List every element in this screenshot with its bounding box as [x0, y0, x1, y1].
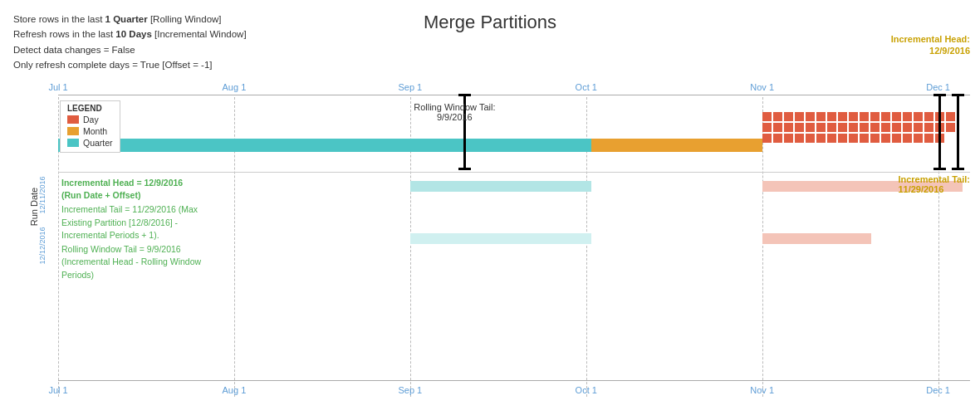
- sub-day-block2: [762, 233, 771, 242]
- day-block: [881, 123, 890, 132]
- day-block: [914, 123, 923, 132]
- day-block: [773, 134, 782, 143]
- inc-head-callout: Incremental Head: 12/9/2016: [891, 33, 970, 57]
- day-block: [816, 123, 826, 132]
- bottom-axis: Jul 1 Aug 1 Sep 1 Oct 1 Nov 1 Dec 1: [58, 380, 970, 397]
- day-block: [903, 134, 912, 143]
- chart-area: Jul 1 Aug 1 Sep 1 Oct 1 Nov 1 Dec 1 LEGE…: [58, 79, 970, 397]
- bottom-axis-label-jul: Jul 1: [48, 385, 67, 395]
- dec1-bracket-top: [933, 94, 946, 96]
- day-block: [870, 134, 880, 143]
- sub-day-block2: [792, 233, 801, 242]
- day-block: [762, 123, 772, 132]
- day-block: [795, 123, 804, 132]
- sub-day-block: [812, 181, 821, 189]
- run-date-label-1: 12/11/2016: [38, 176, 47, 213]
- sub-band-quarter-1: [410, 181, 592, 192]
- day-block: [860, 123, 869, 132]
- day-block: [806, 123, 815, 132]
- sub-day-block: [802, 181, 811, 189]
- day-block: [795, 112, 804, 121]
- band-quarter: [58, 139, 591, 152]
- sub-day-block: [762, 181, 771, 189]
- day-block: [881, 134, 890, 143]
- day-block: [924, 123, 933, 132]
- bottom-axis-label-oct: Oct 1: [576, 385, 597, 395]
- separator-line: [58, 172, 970, 173]
- day-block: [838, 134, 847, 143]
- day-block: [806, 134, 815, 143]
- legend-color-quarter: [67, 139, 79, 147]
- legend-label-day: Day: [83, 115, 99, 125]
- day-block: [870, 112, 880, 121]
- legend: LEGEND Day Month Quarter: [60, 100, 120, 153]
- day-block: [773, 123, 782, 132]
- sub-day-block: [842, 181, 850, 189]
- sub-day-block2: [812, 233, 821, 242]
- day-block: [827, 112, 836, 121]
- bottom-axis-label-dec: Dec 1: [926, 385, 950, 395]
- day-block: [849, 123, 858, 132]
- day-block: [849, 134, 858, 143]
- day-block: [903, 123, 912, 132]
- day-block: [892, 112, 901, 121]
- sub-day-block: [862, 181, 870, 189]
- legend-label-quarter: Quarter: [83, 138, 113, 148]
- day-block: [924, 112, 933, 121]
- day-block: [860, 134, 869, 143]
- day-block: [795, 134, 804, 143]
- day-block: [924, 134, 933, 143]
- day-block: [892, 134, 901, 143]
- rolling-tail-callout: Rolling Window Tail: 9/9/2016: [414, 102, 495, 122]
- dec1-bracket-bottom: [933, 168, 946, 170]
- axis-label-jul: Jul 1: [48, 82, 67, 92]
- axis-label-sep1: Sep 1: [398, 82, 422, 92]
- dec1-bracket-line: [938, 94, 941, 170]
- info-line2: Refresh rows in the last 10 Days [Increm…: [13, 27, 247, 42]
- info-line4: Only refresh complete days = True [Offse…: [13, 57, 247, 72]
- sub-day-block: [782, 181, 791, 189]
- sub-day-block: [872, 181, 880, 189]
- bottom-axis-label-sep: Sep 1: [398, 385, 422, 395]
- bottom-axis-label-aug: Aug 1: [223, 385, 247, 395]
- day-block: [827, 123, 836, 132]
- dec9-bracket-bottom: [952, 168, 964, 170]
- sep9-bracket-bottom: [458, 168, 471, 170]
- top-axis: Jul 1 Aug 1 Sep 1 Oct 1 Nov 1 Dec 1: [58, 79, 970, 95]
- day-block: [784, 112, 793, 121]
- day-block: [946, 112, 955, 121]
- day-block: [838, 123, 847, 132]
- legend-label-month: Month: [83, 126, 107, 136]
- lower-info: Incremental Head = 12/9/2016 (Run Date +…: [61, 177, 252, 281]
- day-block: [816, 134, 826, 143]
- sep9-bracket-top: [458, 94, 471, 96]
- sub-day-block2: [772, 233, 781, 242]
- top-bands: [58, 95, 970, 168]
- bottom-axis-label-nov: Nov 1: [750, 385, 774, 395]
- legend-color-month: [67, 127, 79, 135]
- run-date-label-2: 12/12/2016: [38, 227, 47, 264]
- dec9-bracket-top: [952, 94, 964, 96]
- day-block: [870, 123, 880, 132]
- day-block: [860, 112, 869, 121]
- sub-band-day-2: [762, 233, 872, 244]
- dec9-bracket-line: [957, 94, 959, 170]
- sub-day-block2: [782, 233, 791, 242]
- lower-info-rolling-tail: Rolling Window Tail = 9/9/2016 (Incremen…: [61, 243, 252, 281]
- legend-title: LEGEND: [67, 104, 113, 113]
- day-block: [784, 134, 793, 143]
- day-block: [762, 134, 772, 143]
- day-block: [881, 112, 890, 121]
- sub-day-block: [832, 181, 840, 189]
- lower-info-inc-tail: Incremental Tail = 11/29/2016 (Max Exist…: [61, 203, 252, 242]
- sub-day-block: [822, 181, 831, 189]
- day-block: [816, 112, 826, 121]
- day-block: [827, 134, 836, 143]
- day-block: [903, 112, 912, 121]
- axis-label-oct1: Oct 1: [576, 82, 597, 92]
- day-block: [773, 112, 782, 121]
- day-block: [914, 134, 923, 143]
- legend-color-day: [67, 115, 79, 124]
- info-panel: Store rows in the last 1 Quarter [Rollin…: [13, 12, 247, 73]
- legend-item-quarter: Quarter: [67, 138, 113, 148]
